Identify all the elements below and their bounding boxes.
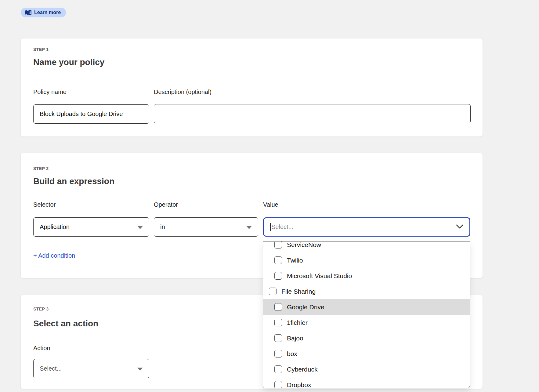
action-dropdown-placeholder: Select... bbox=[40, 365, 62, 372]
description-input[interactable] bbox=[154, 104, 471, 123]
dropdown-option[interactable]: 1fichier bbox=[263, 315, 470, 330]
dropdown-option-label: box bbox=[287, 350, 297, 358]
dropdown-options: ServiceNow Twilio Microsoft Visual Studi… bbox=[263, 241, 470, 388]
dropdown-option[interactable]: Microsoft Visual Studio bbox=[263, 268, 470, 284]
caret-down-icon bbox=[246, 226, 252, 229]
caret-down-icon bbox=[137, 226, 143, 229]
selector-dropdown[interactable]: Application bbox=[33, 217, 149, 237]
dropdown-option-label: Dropbox bbox=[287, 381, 311, 389]
dropdown-option-label: Cyberduck bbox=[287, 366, 317, 373]
dropdown-option[interactable]: Google Drive bbox=[263, 299, 470, 315]
selector-dropdown-value: Application bbox=[40, 223, 70, 230]
dropdown-option-label: ServiceNow bbox=[287, 241, 321, 249]
value-dropdown-panel: ServiceNow Twilio Microsoft Visual Studi… bbox=[263, 241, 470, 388]
text-cursor bbox=[270, 223, 271, 231]
step1-title: Name your policy bbox=[33, 57, 104, 67]
action-label: Action bbox=[33, 345, 50, 352]
policy-builder-page: Learn more STEP 1 Name your policy Polic… bbox=[0, 0, 539, 392]
learn-more-button[interactable]: Learn more bbox=[21, 8, 66, 17]
dropdown-option[interactable]: Cyberduck bbox=[263, 361, 470, 377]
step3-eyebrow: STEP 3 bbox=[33, 307, 49, 311]
checkbox-icon[interactable] bbox=[274, 350, 282, 358]
dropdown-option-label: 1fichier bbox=[287, 319, 308, 326]
step1-card: STEP 1 Name your policy Policy name Desc… bbox=[20, 38, 483, 137]
value-label: Value bbox=[263, 201, 278, 208]
dropdown-option-label: Bajoo bbox=[287, 335, 303, 342]
operator-label: Operator bbox=[154, 201, 178, 208]
checkbox-icon[interactable] bbox=[274, 241, 282, 249]
checkbox-icon[interactable] bbox=[274, 319, 282, 326]
step2-eyebrow: STEP 2 bbox=[33, 166, 49, 171]
dropdown-option-label: Microsoft Visual Studio bbox=[287, 272, 352, 280]
add-condition-link[interactable]: + Add condition bbox=[33, 252, 75, 259]
dropdown-option[interactable]: Twilio bbox=[263, 252, 470, 268]
step3-title: Select an action bbox=[33, 319, 98, 328]
chevron-down-icon bbox=[456, 224, 463, 230]
dropdown-option[interactable]: Dropbox bbox=[263, 377, 470, 388]
checkbox-icon[interactable] bbox=[274, 365, 282, 373]
checkbox-icon[interactable] bbox=[274, 272, 282, 280]
step1-eyebrow: STEP 1 bbox=[33, 47, 49, 52]
dropdown-option-label: File Sharing bbox=[281, 288, 316, 295]
value-combobox[interactable]: Select... bbox=[263, 217, 470, 237]
policy-name-input[interactable] bbox=[33, 104, 149, 124]
operator-dropdown[interactable]: in bbox=[154, 217, 258, 237]
value-placeholder: Select... bbox=[271, 223, 293, 230]
description-label: Description (optional) bbox=[154, 89, 212, 96]
step2-title: Build an expression bbox=[33, 176, 114, 186]
learn-more-label: Learn more bbox=[34, 10, 61, 15]
policy-name-label: Policy name bbox=[33, 89, 67, 96]
dropdown-option-label: Google Drive bbox=[287, 303, 324, 311]
action-dropdown[interactable]: Select... bbox=[33, 359, 149, 378]
dropdown-option-label: Twilio bbox=[287, 257, 303, 264]
selector-label: Selector bbox=[33, 201, 56, 208]
dropdown-option[interactable]: box bbox=[263, 346, 470, 361]
checkbox-icon[interactable] bbox=[274, 303, 282, 311]
dropdown-option[interactable]: ServiceNow bbox=[263, 241, 470, 252]
dropdown-option[interactable]: File Sharing bbox=[263, 284, 470, 299]
book-icon bbox=[25, 10, 31, 15]
caret-down-icon bbox=[137, 368, 143, 371]
dropdown-option[interactable]: Bajoo bbox=[263, 330, 470, 346]
checkbox-icon[interactable] bbox=[269, 288, 277, 295]
checkbox-icon[interactable] bbox=[274, 381, 282, 388]
operator-dropdown-value: in bbox=[160, 223, 165, 230]
checkbox-icon[interactable] bbox=[274, 256, 282, 264]
checkbox-icon[interactable] bbox=[274, 334, 282, 342]
